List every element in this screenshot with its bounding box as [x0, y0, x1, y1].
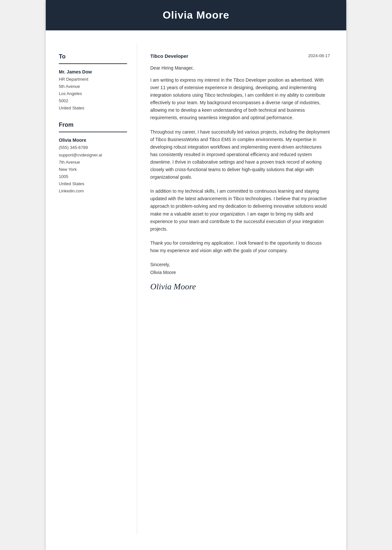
recipient-city: Los Angeles	[59, 90, 127, 97]
paragraph-1: I am writing to express my interest in t…	[150, 76, 330, 122]
to-label: To	[59, 53, 127, 60]
left-panel: To Mr. James Dow HR Department 5th Avenu…	[46, 43, 137, 535]
paragraph-4: Thank you for considering my application…	[150, 239, 330, 254]
sender-zip: 1005	[59, 173, 127, 180]
header: Olivia Moore	[46, 0, 346, 30]
from-label: From	[59, 121, 127, 128]
paragraph-2: Throughout my career, I have successfull…	[150, 128, 330, 181]
recipient-country: United States	[59, 105, 127, 112]
sender-email: support@cvdesigner.ai	[59, 152, 127, 159]
from-section: From Olivia Moore (555) 345-6789 support…	[59, 121, 127, 195]
closing: Sincerely, Olivia Moore	[150, 261, 330, 277]
recipient-zip: 5002	[59, 97, 127, 105]
signature: Olivia Moore	[150, 282, 330, 292]
job-title: Tibco Developer	[150, 53, 188, 59]
letter-header: Tibco Developer 2024-08-17	[150, 53, 330, 59]
page: Olivia Moore To Mr. James Dow HR Departm…	[46, 0, 346, 550]
letter-date: 2024-08-17	[308, 53, 330, 58]
sender-linkedin: Linkedin.com	[59, 187, 127, 195]
salutation: Dear Hiring Manager,	[150, 65, 330, 71]
to-section: To Mr. James Dow HR Department 5th Avenu…	[59, 53, 127, 112]
sender-street: 7th Avenue	[59, 159, 127, 166]
from-divider	[59, 132, 127, 132]
content: To Mr. James Dow HR Department 5th Avenu…	[46, 30, 346, 548]
paragraph-3: In addition to my technical skills, I am…	[150, 187, 330, 233]
sender-phone: (555) 345-6789	[59, 144, 127, 151]
to-divider	[59, 63, 127, 64]
header-name: Olivia Moore	[59, 9, 333, 21]
right-panel: Tibco Developer 2024-08-17 Dear Hiring M…	[137, 43, 346, 535]
recipient-department: HR Department	[59, 76, 127, 83]
sender-country: United States	[59, 180, 127, 187]
closing-line2: Olivia Moore	[150, 269, 330, 277]
recipient-street: 5th Avenue	[59, 83, 127, 90]
recipient-name: Mr. James Dow	[59, 69, 127, 74]
closing-line1: Sincerely,	[150, 261, 330, 269]
sender-city: New York	[59, 166, 127, 173]
sender-name: Olivia Moore	[59, 138, 127, 143]
